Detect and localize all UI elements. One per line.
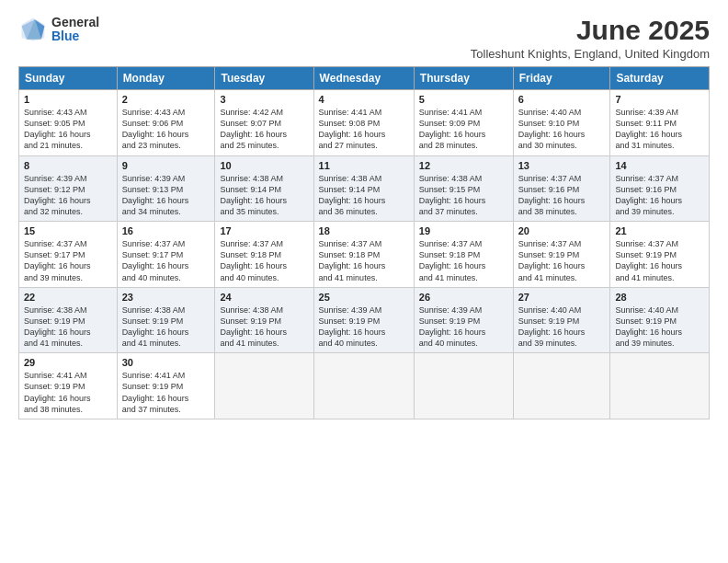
day-info: Sunrise: 4:38 AM Sunset: 9:19 PM Dayligh… xyxy=(220,304,308,350)
day-number: 17 xyxy=(220,225,308,236)
day-number: 7 xyxy=(615,94,704,105)
day-number: 2 xyxy=(122,94,210,105)
day-number: 26 xyxy=(419,292,508,303)
calendar-cell: 20Sunrise: 4:37 AM Sunset: 9:19 PM Dayli… xyxy=(513,222,610,288)
day-info: Sunrise: 4:38 AM Sunset: 9:19 PM Dayligh… xyxy=(122,304,210,350)
calendar-cell: 15Sunrise: 4:37 AM Sunset: 9:17 PM Dayli… xyxy=(19,222,118,288)
calendar-cell: 6Sunrise: 4:40 AM Sunset: 9:10 PM Daylig… xyxy=(513,90,610,156)
calendar-cell: 23Sunrise: 4:38 AM Sunset: 9:19 PM Dayli… xyxy=(117,287,215,353)
calendar-cell: 3Sunrise: 4:42 AM Sunset: 9:07 PM Daylig… xyxy=(215,90,313,156)
col-saturday: Saturday xyxy=(610,67,710,90)
day-number: 15 xyxy=(24,225,112,236)
calendar-cell: 13Sunrise: 4:37 AM Sunset: 9:16 PM Dayli… xyxy=(513,155,610,222)
day-number: 1 xyxy=(24,94,112,105)
day-info: Sunrise: 4:41 AM Sunset: 9:19 PM Dayligh… xyxy=(122,370,210,415)
calendar-week-row: 1Sunrise: 4:43 AM Sunset: 9:05 PM Daylig… xyxy=(19,90,710,156)
day-number: 28 xyxy=(615,292,704,303)
col-wednesday: Wednesday xyxy=(313,67,414,90)
day-info: Sunrise: 4:40 AM Sunset: 9:19 PM Dayligh… xyxy=(518,304,606,350)
day-number: 21 xyxy=(615,225,704,236)
day-info: Sunrise: 4:37 AM Sunset: 9:17 PM Dayligh… xyxy=(24,238,112,283)
day-info: Sunrise: 4:43 AM Sunset: 9:05 PM Dayligh… xyxy=(24,107,112,152)
day-number: 5 xyxy=(419,94,508,105)
day-number: 13 xyxy=(518,160,606,171)
day-info: Sunrise: 4:41 AM Sunset: 9:08 PM Dayligh… xyxy=(319,107,409,152)
day-number: 20 xyxy=(518,225,606,236)
day-number: 6 xyxy=(518,94,606,105)
logo-icon xyxy=(18,15,48,44)
day-number: 11 xyxy=(319,160,409,171)
day-info: Sunrise: 4:39 AM Sunset: 9:19 PM Dayligh… xyxy=(319,304,409,350)
day-number: 23 xyxy=(122,292,210,303)
day-number: 9 xyxy=(122,160,210,171)
day-number: 12 xyxy=(419,160,508,171)
day-number: 8 xyxy=(24,160,112,171)
day-info: Sunrise: 4:38 AM Sunset: 9:15 PM Dayligh… xyxy=(419,173,508,218)
calendar-cell xyxy=(313,353,414,419)
day-info: Sunrise: 4:39 AM Sunset: 9:12 PM Dayligh… xyxy=(24,173,112,218)
calendar-header-row: Sunday Monday Tuesday Wednesday Thursday… xyxy=(19,67,710,90)
day-info: Sunrise: 4:39 AM Sunset: 9:19 PM Dayligh… xyxy=(419,304,508,350)
calendar-cell: 24Sunrise: 4:38 AM Sunset: 9:19 PM Dayli… xyxy=(215,287,313,353)
day-info: Sunrise: 4:38 AM Sunset: 9:14 PM Dayligh… xyxy=(319,173,409,218)
logo-general: General xyxy=(51,16,99,29)
day-number: 18 xyxy=(319,225,409,236)
day-number: 14 xyxy=(615,160,704,171)
calendar-cell: 18Sunrise: 4:37 AM Sunset: 9:18 PM Dayli… xyxy=(313,222,414,288)
calendar-week-row: 22Sunrise: 4:38 AM Sunset: 9:19 PM Dayli… xyxy=(19,287,710,353)
day-info: Sunrise: 4:41 AM Sunset: 9:19 PM Dayligh… xyxy=(24,370,112,415)
day-info: Sunrise: 4:37 AM Sunset: 9:17 PM Dayligh… xyxy=(122,238,210,283)
calendar-cell xyxy=(414,353,513,419)
col-monday: Monday xyxy=(117,67,215,90)
day-info: Sunrise: 4:43 AM Sunset: 9:06 PM Dayligh… xyxy=(122,107,210,152)
calendar-cell: 26Sunrise: 4:39 AM Sunset: 9:19 PM Dayli… xyxy=(414,287,513,353)
day-info: Sunrise: 4:37 AM Sunset: 9:16 PM Dayligh… xyxy=(615,173,704,218)
calendar-cell: 30Sunrise: 4:41 AM Sunset: 9:19 PM Dayli… xyxy=(117,353,215,419)
calendar-cell: 2Sunrise: 4:43 AM Sunset: 9:06 PM Daylig… xyxy=(117,90,215,156)
logo-text: General Blue xyxy=(51,16,99,44)
calendar-cell: 11Sunrise: 4:38 AM Sunset: 9:14 PM Dayli… xyxy=(313,155,414,222)
day-number: 27 xyxy=(518,292,606,303)
logo-blue: Blue xyxy=(51,29,99,43)
day-number: 19 xyxy=(419,225,508,236)
day-number: 3 xyxy=(220,94,308,105)
calendar-cell: 17Sunrise: 4:37 AM Sunset: 9:18 PM Dayli… xyxy=(215,222,313,288)
calendar-cell: 29Sunrise: 4:41 AM Sunset: 9:19 PM Dayli… xyxy=(19,353,118,419)
day-info: Sunrise: 4:37 AM Sunset: 9:18 PM Dayligh… xyxy=(419,238,508,283)
day-info: Sunrise: 4:40 AM Sunset: 9:19 PM Dayligh… xyxy=(615,304,704,350)
calendar-cell: 8Sunrise: 4:39 AM Sunset: 9:12 PM Daylig… xyxy=(19,155,118,222)
calendar-cell: 21Sunrise: 4:37 AM Sunset: 9:19 PM Dayli… xyxy=(610,222,710,288)
calendar-week-row: 8Sunrise: 4:39 AM Sunset: 9:12 PM Daylig… xyxy=(19,155,710,222)
calendar-cell xyxy=(610,353,710,419)
day-info: Sunrise: 4:39 AM Sunset: 9:11 PM Dayligh… xyxy=(615,107,704,152)
day-number: 29 xyxy=(24,357,112,368)
calendar-cell: 22Sunrise: 4:38 AM Sunset: 9:19 PM Dayli… xyxy=(19,287,118,353)
calendar-cell: 16Sunrise: 4:37 AM Sunset: 9:17 PM Dayli… xyxy=(117,222,215,288)
title-block: June 2025 Tolleshunt Knights, England, U… xyxy=(471,15,710,61)
calendar-cell: 19Sunrise: 4:37 AM Sunset: 9:18 PM Dayli… xyxy=(414,222,513,288)
calendar-cell: 9Sunrise: 4:39 AM Sunset: 9:13 PM Daylig… xyxy=(117,155,215,222)
day-info: Sunrise: 4:38 AM Sunset: 9:14 PM Dayligh… xyxy=(220,173,308,218)
calendar-cell xyxy=(513,353,610,419)
calendar-table: Sunday Monday Tuesday Wednesday Thursday… xyxy=(18,66,710,419)
day-number: 25 xyxy=(319,292,409,303)
calendar-cell: 12Sunrise: 4:38 AM Sunset: 9:15 PM Dayli… xyxy=(414,155,513,222)
logo: General Blue xyxy=(18,15,99,44)
calendar-cell: 25Sunrise: 4:39 AM Sunset: 9:19 PM Dayli… xyxy=(313,287,414,353)
day-info: Sunrise: 4:39 AM Sunset: 9:13 PM Dayligh… xyxy=(122,173,210,218)
day-info: Sunrise: 4:41 AM Sunset: 9:09 PM Dayligh… xyxy=(419,107,508,152)
day-info: Sunrise: 4:37 AM Sunset: 9:18 PM Dayligh… xyxy=(319,238,409,283)
day-number: 22 xyxy=(24,292,112,303)
day-info: Sunrise: 4:40 AM Sunset: 9:10 PM Dayligh… xyxy=(518,107,606,152)
calendar-week-row: 15Sunrise: 4:37 AM Sunset: 9:17 PM Dayli… xyxy=(19,222,710,288)
day-number: 4 xyxy=(319,94,409,105)
calendar-week-row: 29Sunrise: 4:41 AM Sunset: 9:19 PM Dayli… xyxy=(19,353,710,419)
header: General Blue June 2025 Tolleshunt Knight… xyxy=(18,15,710,61)
day-info: Sunrise: 4:37 AM Sunset: 9:19 PM Dayligh… xyxy=(518,238,606,283)
col-sunday: Sunday xyxy=(19,67,118,90)
day-info: Sunrise: 4:37 AM Sunset: 9:16 PM Dayligh… xyxy=(518,173,606,218)
day-number: 16 xyxy=(122,225,210,236)
calendar-cell: 5Sunrise: 4:41 AM Sunset: 9:09 PM Daylig… xyxy=(414,90,513,156)
calendar-cell: 7Sunrise: 4:39 AM Sunset: 9:11 PM Daylig… xyxy=(610,90,710,156)
day-info: Sunrise: 4:37 AM Sunset: 9:18 PM Dayligh… xyxy=(220,238,308,283)
